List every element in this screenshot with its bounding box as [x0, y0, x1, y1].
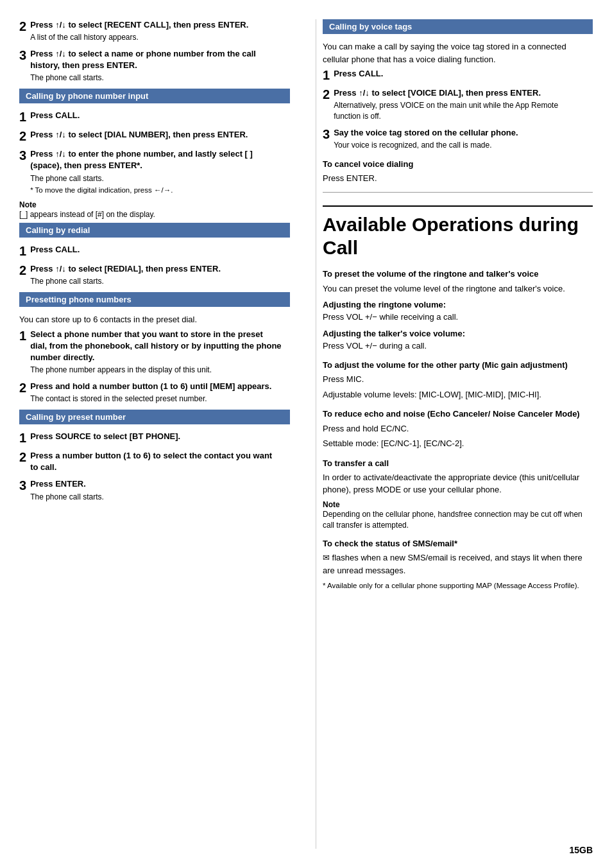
footnote: * To move the digital indication, press …: [30, 185, 282, 195]
step-sub-text: The phone call starts.: [30, 492, 282, 503]
step-bold-text: Press ↑/↓ to select [RECENT CALL], then …: [30, 19, 282, 31]
presetting-intro: You can store up to 6 contacts in the pr…: [19, 313, 290, 326]
step-content: Press SOURCE to select [BT PHONE].: [30, 431, 282, 442]
step-content: Press a number button (1 to 6) to select…: [30, 450, 282, 473]
step-1-phone: 1 Press CALL.: [19, 110, 290, 124]
step-bold-text: Press SOURCE to select [BT PHONE].: [30, 431, 282, 442]
step-bold-text: Press CALL.: [334, 68, 584, 80]
step-number: 1: [19, 431, 26, 445]
step-1-preset: 1 Press SOURCE to select [BT PHONE].: [19, 431, 290, 445]
subsection-mic-gain: To adjust the volume for the other party…: [323, 360, 593, 401]
step-2-redial: 2 Press ↑/↓ to select [REDIAL], then pre…: [19, 263, 290, 287]
step-content: Press ↑/↓ to enter the phone number, and…: [30, 148, 282, 195]
transfer-note-label: Note: [323, 500, 593, 509]
section-voice-tags: Calling by voice tags You can make a cal…: [323, 19, 593, 184]
subsection-echo-canceler: To reduce echo and noise (Echo Canceler/…: [323, 408, 593, 449]
section-redial: Calling by redial 1 Press CALL. 2 Press …: [19, 223, 290, 287]
step-sub-text: A list of the call history appears.: [30, 32, 282, 43]
step-sub-text: The phone call starts.: [30, 276, 282, 287]
adjusting-talker-text: Press VOL +/− during a call.: [323, 340, 593, 352]
transfer-note-text: Depending on the cellular phone, handsfr…: [323, 509, 593, 531]
section-divider: [323, 192, 593, 193]
mic-gain-levels: Adjustable volume levels: [MIC-LOW], [MI…: [323, 388, 593, 401]
subsection-sms-email: To check the status of SMS/email* ✉ flas…: [323, 538, 593, 591]
subsection-title-echo: To reduce echo and noise (Echo Canceler/…: [323, 408, 593, 420]
step-bold-text: Press and hold a number button (1 to 6) …: [30, 381, 282, 392]
step-content: Select a phone number that you want to s…: [30, 329, 282, 376]
step-number: 1: [19, 244, 26, 258]
intro-step-3: 3 Press ↑/↓ to select a name or phone nu…: [19, 48, 290, 83]
subsection-preset-volume: To preset the volume of the ringtone and…: [323, 268, 593, 352]
adjusting-ringtone-label: Adjusting the ringtone volume:: [323, 300, 593, 309]
adjusting-ringtone-text: Press VOL +/− while receiving a call.: [323, 311, 593, 324]
step-1-redial: 1 Press CALL.: [19, 244, 290, 258]
subsection-title-preset-volume: To preset the volume of the ringtone and…: [323, 268, 593, 280]
step-content: Press and hold a number button (1 to 6) …: [30, 381, 282, 404]
step-number: 1: [19, 110, 26, 124]
sms-body: ✉ flashes when a new SMS/email is receiv…: [323, 551, 593, 577]
step-3-voice: 3 Say the voice tag stored on the cellul…: [323, 127, 593, 151]
section-header-phone-number: Calling by phone number input: [19, 89, 290, 103]
step-sub-text: The contact is stored in the selected pr…: [30, 394, 282, 404]
section-header-presetting: Presetting phone numbers: [19, 292, 290, 307]
step-bold-text: Press ↑/↓ to select a name or phone numb…: [30, 48, 282, 71]
step-bold-text: Press ENTER.: [30, 478, 282, 490]
step-content: Press CALL.: [30, 110, 282, 121]
step-number: 3: [19, 478, 26, 492]
step-bold-text: Press ↑/↓ to select [DIAL NUMBER], then …: [30, 129, 282, 141]
step-content: Press ↑/↓ to select a name or phone numb…: [30, 48, 282, 83]
step-bold-text: Press ↑/↓ to select [REDIAL], then press…: [30, 263, 282, 275]
step-number: 1: [19, 329, 26, 343]
left-column: 2 Press ↑/↓ to select [RECENT CALL], the…: [19, 19, 296, 849]
subsection-title-mic-gain: To adjust the volume for the other party…: [323, 360, 593, 371]
right-column: Calling by voice tags You can make a cal…: [316, 19, 593, 849]
section-available-ops: Available Operations during Call To pres…: [323, 205, 593, 591]
section-phone-number-input: Calling by phone number input 1 Press CA…: [19, 89, 290, 220]
step-number: 2: [19, 263, 26, 277]
step-number: 3: [323, 127, 330, 141]
step-3-phone: 3 Press ↑/↓ to enter the phone number, a…: [19, 148, 290, 195]
step-3-preset: 3 Press ENTER. The phone call starts.: [19, 478, 290, 502]
step-1-voice: 1 Press CALL.: [323, 68, 593, 82]
sms-asterisk-note: * Available only for a cellular phone su…: [323, 580, 593, 591]
subsection-title-transfer: To transfer a call: [323, 458, 593, 469]
step-sub-text: The phone number appears in the display …: [30, 365, 282, 376]
echo-body: Press and hold EC/NC.: [323, 422, 593, 435]
echo-modes: Settable mode: [EC/NC-1], [EC/NC-2].: [323, 437, 593, 450]
step-content: Press CALL.: [334, 68, 584, 80]
step-content: Press CALL.: [30, 244, 282, 256]
step-number: 3: [19, 148, 26, 162]
step-2-preset: 2 Press a number button (1 to 6) to sele…: [19, 450, 290, 473]
step-content: Say the voice tag stored on the cellular…: [334, 127, 584, 151]
step-content: Press ↑/↓ to select [DIAL NUMBER], then …: [30, 129, 282, 141]
section-header-voice-tags: Calling by voice tags: [323, 19, 593, 34]
section-header-preset-number: Calling by preset number: [19, 410, 290, 424]
mic-gain-body: Press MIC.: [323, 373, 593, 386]
page-number: 15GB: [569, 845, 593, 855]
note-label: Note: [19, 200, 290, 209]
step-bold-text: Press CALL.: [30, 110, 282, 121]
step-content: Press ↑/↓ to select [REDIAL], then press…: [30, 263, 282, 287]
available-ops-heading: Available Operations during Call: [323, 205, 593, 259]
step-sub-text: Your voice is recognized, and the call i…: [334, 140, 584, 151]
section-header-redial: Calling by redial: [19, 223, 290, 238]
step-2-phone: 2 Press ↑/↓ to select [DIAL NUMBER], the…: [19, 129, 290, 143]
step-bold-text: Press ↑/↓ to select [VOICE DIAL], then p…: [334, 87, 584, 99]
step-2-voice: 2 Press ↑/↓ to select [VOICE DIAL], then…: [323, 87, 593, 122]
section-preset-number: Calling by preset number 1 Press SOURCE …: [19, 410, 290, 502]
step-number: 2: [323, 87, 330, 101]
cancel-voice-dialing-text: Press ENTER.: [323, 172, 593, 185]
preset-volume-body: You can preset the volume level of the r…: [323, 282, 593, 295]
step-sub-text: The phone call starts.: [30, 173, 282, 184]
subsection-transfer-call: To transfer a call In order to activate/…: [323, 458, 593, 531]
step-number: 2: [19, 129, 26, 143]
step-content: Press ↑/↓ to select [RECENT CALL], then …: [30, 19, 282, 43]
step-content: Press ↑/↓ to select [VOICE DIAL], then p…: [334, 87, 584, 122]
step-bold-text: Say the voice tag stored on the cellular…: [334, 127, 584, 139]
step-1-presetting: 1 Select a phone number that you want to…: [19, 329, 290, 376]
cancel-voice-dialing-label: To cancel voice dialing: [323, 159, 593, 170]
step-bold-text: Select a phone number that you want to s…: [30, 329, 282, 364]
section-presetting: Presetting phone numbers You can store u…: [19, 292, 290, 404]
adjusting-talker-label: Adjusting the talker's voice volume:: [323, 329, 593, 338]
step-bold-text: Press ↑/↓ to enter the phone number, and…: [30, 148, 282, 171]
